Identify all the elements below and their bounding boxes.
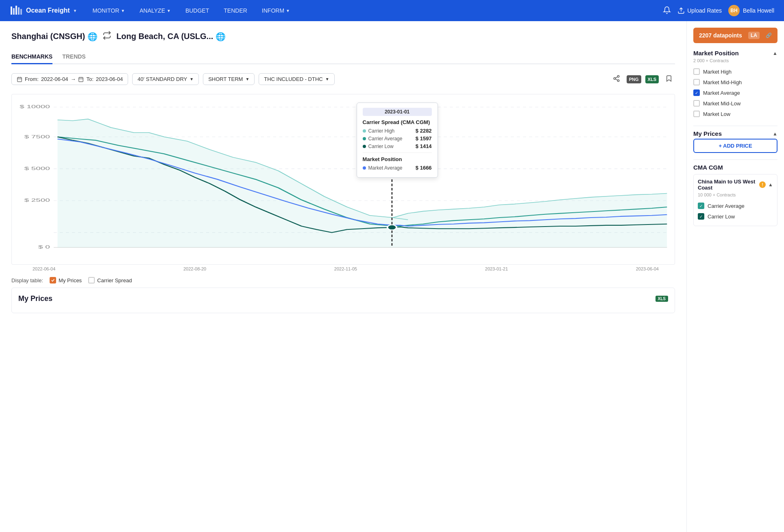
market-average-checkbox-checked[interactable] bbox=[693, 89, 700, 96]
market-mid-high-checkbox[interactable] bbox=[693, 79, 700, 85]
chart-container[interactable]: $ 10000 $ 7500 $ 5000 $ 2500 $ 0 bbox=[11, 94, 675, 265]
tooltip-carrier-high: Carrier High $ 2282 bbox=[363, 128, 432, 134]
divider-2 bbox=[693, 159, 777, 160]
swap-icon[interactable] bbox=[102, 31, 111, 42]
calendar-icon bbox=[17, 76, 22, 82]
nav-item-inform[interactable]: INFORM ▼ bbox=[256, 5, 296, 16]
svg-point-15 bbox=[614, 78, 616, 80]
logo-icon bbox=[10, 4, 23, 17]
checkbox-filled-icon bbox=[50, 277, 56, 283]
globe-icon-dest[interactable]: 🌐 bbox=[216, 32, 226, 41]
calendar-to-icon bbox=[78, 76, 84, 82]
x-label-2: 2022-11-05 bbox=[334, 266, 357, 271]
origin-port: Shanghai (CNSGH) 🌐 bbox=[11, 32, 98, 41]
market-mid-low-checkbox[interactable] bbox=[693, 100, 700, 107]
nav-item-analyze[interactable]: ANALYZE ▼ bbox=[134, 5, 176, 16]
chart-svg: $ 10000 $ 7500 $ 5000 $ 2500 $ 0 bbox=[12, 94, 675, 264]
datapoints-banner[interactable]: 2207 datapoints LA 🔗 bbox=[693, 28, 777, 43]
la-badge: LA bbox=[748, 32, 760, 39]
cma-cgm-section: CMA CGM China Main to US West Coast ! ▲ … bbox=[693, 164, 777, 226]
nav-logo-text: Ocean Freight bbox=[26, 7, 70, 14]
my-prices-panel-header: My Prices ▲ bbox=[693, 130, 777, 137]
carrier-low-cb[interactable] bbox=[698, 213, 704, 220]
svg-text:$ 5000: $ 5000 bbox=[24, 166, 50, 171]
svg-text:$ 10000: $ 10000 bbox=[20, 104, 50, 109]
tabs: BENCHMARKS TRENDS bbox=[11, 50, 675, 64]
market-high-checkbox[interactable] bbox=[693, 68, 700, 75]
svg-line-17 bbox=[615, 79, 617, 80]
nav-item-monitor[interactable]: MONITOR ▼ bbox=[87, 5, 131, 16]
bell-icon[interactable] bbox=[663, 6, 671, 15]
tooltip-market-avg: Market Average $ 1666 bbox=[363, 165, 432, 171]
market-mid-low-item[interactable]: Market Mid-Low bbox=[693, 98, 777, 109]
market-mid-high-item[interactable]: Market Mid-High bbox=[693, 77, 777, 87]
xls-export-icon[interactable]: XLS bbox=[645, 75, 659, 83]
chevron-down-icon: ▼ bbox=[286, 9, 290, 13]
tab-trends[interactable]: TRENDS bbox=[62, 50, 86, 64]
carrier-low-dot bbox=[363, 145, 366, 148]
user-menu[interactable]: BH Bella Howell bbox=[728, 5, 774, 16]
arrow-icon: → bbox=[70, 76, 76, 82]
svg-text:$ 7500: $ 7500 bbox=[24, 134, 50, 139]
chevron-down-icon: ▼ bbox=[245, 77, 249, 81]
container-filter[interactable]: 40' STANDARD DRY ▼ bbox=[132, 73, 199, 85]
carrier-average-item[interactable]: Carrier Average bbox=[698, 201, 773, 211]
chevron-down-icon: ▼ bbox=[189, 77, 194, 81]
charges-filter[interactable]: THC INCLUDED - DTHC ▼ bbox=[259, 73, 334, 85]
carrier-avg-dot bbox=[363, 137, 366, 140]
add-price-button[interactable]: + ADD PRICE bbox=[693, 139, 777, 153]
avatar: BH bbox=[728, 5, 740, 16]
main-content: Shanghai (CNSGH) 🌐 Long Beach, CA (USLG.… bbox=[0, 21, 784, 532]
chevron-down-icon: ▼ bbox=[167, 9, 171, 13]
svg-rect-10 bbox=[79, 77, 83, 82]
market-low-checkbox[interactable] bbox=[693, 111, 700, 117]
my-prices-checkbox[interactable]: My Prices bbox=[50, 277, 82, 283]
bookmark-icon[interactable] bbox=[663, 72, 675, 86]
market-low-item[interactable]: Market Low bbox=[693, 109, 777, 119]
nav-logo[interactable]: Ocean Freight ▼ bbox=[10, 4, 77, 17]
info-icon[interactable]: ! bbox=[759, 181, 766, 188]
route-row: Shanghai (CNSGH) 🌐 Long Beach, CA (USLG.… bbox=[11, 31, 675, 42]
xls-badge[interactable]: XLS bbox=[656, 296, 668, 302]
from-date: 2022-06-04 bbox=[41, 76, 68, 82]
collapse-market-position[interactable]: ▲ bbox=[773, 50, 777, 56]
nav-logo-chevron[interactable]: ▼ bbox=[73, 9, 77, 13]
route-card-header: China Main to US West Coast ! ▲ bbox=[698, 179, 773, 191]
right-panel: 2207 datapoints LA 🔗 Market Position ▲ 2… bbox=[686, 21, 784, 532]
market-average-item[interactable]: Market Average bbox=[693, 87, 777, 98]
filters-row: From: 2022-06-04 → To: 2023-06-04 40' ST… bbox=[11, 72, 675, 86]
market-high-item[interactable]: Market High bbox=[693, 66, 777, 77]
route-card: China Main to US West Coast ! ▲ 10 000 +… bbox=[693, 174, 777, 226]
my-prices-title: My Prices bbox=[18, 294, 52, 303]
svg-rect-0 bbox=[11, 7, 12, 15]
route-sub: 10 000 + Contracts bbox=[698, 192, 773, 197]
tooltip-carrier-title: Carrier Spread (CMA CGM) bbox=[363, 119, 432, 125]
carrier-low-item[interactable]: Carrier Low bbox=[698, 211, 773, 222]
term-filter[interactable]: SHORT TERM ▼ bbox=[203, 73, 255, 85]
navbar: Ocean Freight ▼ MONITOR ▼ ANALYZE ▼ BUDG… bbox=[0, 0, 784, 21]
to-label: To: bbox=[86, 76, 93, 82]
destination-port: Long Beach, CA (USLG... 🌐 bbox=[116, 32, 226, 41]
carrier-spread-checkbox[interactable]: Carrier Spread bbox=[88, 277, 132, 283]
from-date-filter[interactable]: From: 2022-06-04 → To: 2023-06-04 bbox=[11, 73, 128, 85]
market-position-section: Market Position ▲ 2 000 + Contracts Mark… bbox=[693, 50, 777, 119]
left-panel: Shanghai (CNSGH) 🌐 Long Beach, CA (USLG.… bbox=[0, 21, 686, 532]
nav-item-tender[interactable]: TENDER bbox=[218, 5, 253, 16]
carrier-average-cb[interactable] bbox=[698, 203, 704, 209]
upload-rates-button[interactable]: Upload Rates bbox=[677, 7, 722, 14]
market-position-header: Market Position ▲ bbox=[693, 50, 777, 57]
svg-rect-1 bbox=[13, 8, 15, 15]
my-prices-header: My Prices XLS bbox=[18, 294, 668, 303]
collapse-my-prices[interactable]: ▲ bbox=[773, 131, 777, 137]
globe-icon[interactable]: 🌐 bbox=[87, 32, 98, 41]
svg-text:$ 2500: $ 2500 bbox=[24, 198, 50, 203]
share-icon[interactable] bbox=[610, 72, 623, 86]
collapse-route[interactable]: ▲ bbox=[768, 182, 773, 188]
chevron-down-icon: ▼ bbox=[325, 77, 329, 81]
svg-rect-6 bbox=[17, 77, 22, 82]
png-export-icon[interactable]: PNG bbox=[627, 75, 641, 83]
to-date: 2023-06-04 bbox=[96, 76, 123, 82]
nav-item-budget[interactable]: BUDGET bbox=[180, 5, 215, 16]
tab-benchmarks[interactable]: BENCHMARKS bbox=[11, 50, 52, 64]
link-icon: 🔗 bbox=[766, 33, 772, 38]
